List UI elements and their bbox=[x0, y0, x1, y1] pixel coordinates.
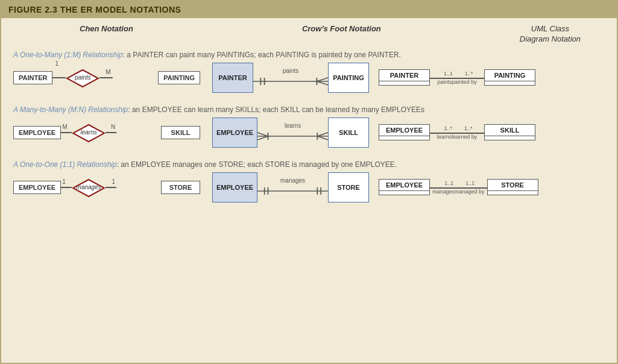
uml-right-2: SKILL bbox=[484, 124, 535, 140]
divider-2 bbox=[13, 154, 605, 154]
rel-desc-2: : an EMPLOYEE can learn many SKILLs; eac… bbox=[128, 105, 424, 114]
section-one-to-many: A One-to-Many (1:M) Relationship: a PAIN… bbox=[13, 51, 605, 93]
crow-label-2: learns bbox=[285, 122, 301, 129]
crow-diagram-3: EMPLOYEE manages STORE bbox=[212, 172, 369, 202]
uml-labels-2: learns learned by bbox=[435, 134, 480, 140]
diagrams-row-2: EMPLOYEE M learns bbox=[13, 118, 605, 148]
rel-type-1: A One-to-Many (1:M) Relationship bbox=[13, 51, 123, 59]
svg-line-13 bbox=[317, 136, 328, 140]
crow-right-2: SKILL bbox=[328, 118, 369, 148]
section-many-to-many: A Many-to-Many (M:N) Relationship: an EM… bbox=[13, 105, 605, 148]
section-one-to-one: A One-to-One (1:1) Relationship: an EMPL… bbox=[13, 160, 605, 202]
crow-right-3: STORE bbox=[328, 172, 369, 202]
chen-right-entity-3: STORE bbox=[161, 181, 200, 194]
chen-diagram-1: PAINTER 1 paints M bbox=[13, 69, 200, 87]
chen-diamond-1: paints bbox=[66, 69, 99, 87]
figure-title: FIGURE 2.3 THE ER MODEL NOTATIONS bbox=[8, 5, 181, 14]
column-headers: Chen Notation Crow's Foot Notation UML C… bbox=[13, 24, 605, 45]
rel-type-3: A One-to-One (1:1) Relationship bbox=[13, 160, 117, 169]
uml-left-header-1: PAINTER bbox=[379, 70, 429, 81]
uml-mult-left-2: 1..* 1..* bbox=[441, 125, 472, 131]
uml-left-2: EMPLOYEE bbox=[379, 124, 430, 140]
chen-left-entity-1: PAINTER bbox=[13, 71, 52, 84]
uml-right-header-3: STORE bbox=[488, 180, 538, 191]
uml-left-header-2: EMPLOYEE bbox=[379, 125, 429, 136]
crow-left-2: EMPLOYEE bbox=[212, 118, 257, 148]
section-label-1: A One-to-Many (1:M) Relationship: a PAIN… bbox=[13, 51, 605, 59]
uml-right-body-3 bbox=[488, 191, 538, 195]
crow-label-1: paints bbox=[283, 67, 299, 74]
page: FIGURE 2.3 THE ER MODEL NOTATIONS Chen N… bbox=[0, 0, 618, 364]
crow-left-3: EMPLOYEE bbox=[212, 172, 257, 202]
chen-right-entity-2: SKILL bbox=[161, 126, 200, 139]
svg-line-4 bbox=[317, 78, 328, 81]
content-area: Chen Notation Crow's Foot Notation UML C… bbox=[1, 18, 617, 363]
rel-type-2: A Many-to-Many (M:N) Relationship bbox=[13, 105, 128, 114]
chen-diamond-label-3: manages bbox=[77, 184, 101, 190]
uml-left-body-3 bbox=[379, 191, 429, 195]
uml-header: UML Class Diagram Notation bbox=[520, 24, 581, 45]
divider-1 bbox=[13, 99, 605, 99]
diagrams-row-1: PAINTER 1 paints M bbox=[13, 63, 605, 93]
rel-desc-1: : a PAINTER can paint many PAINTINGs; ea… bbox=[123, 51, 401, 59]
uml-mult-left-1: 1..1 1..* bbox=[441, 71, 473, 77]
uml-right-header-1: PAINTING bbox=[485, 70, 535, 81]
chen-diagram-3: EMPLOYEE 1 manages bbox=[13, 178, 200, 196]
svg-line-5 bbox=[317, 81, 328, 85]
svg-line-10 bbox=[257, 136, 268, 140]
crow-line-2 bbox=[257, 130, 328, 142]
crow-line-1 bbox=[253, 75, 328, 87]
uml-left-3: EMPLOYEE bbox=[379, 179, 430, 195]
uml-connector-3: 1..1 1..1 manages managed by bbox=[430, 179, 487, 195]
chen-header: Chen Notation bbox=[80, 24, 133, 45]
chen-diamond-label-1: paints bbox=[75, 74, 91, 81]
uml-right-3: STORE bbox=[487, 179, 538, 195]
crow-left-1: PAINTER bbox=[212, 63, 253, 93]
uml-diagram-2: EMPLOYEE 1..* 1..* learns learned by SKI… bbox=[379, 124, 560, 140]
rel-desc-3: : an EMPLOYEE manages one STORE; each ST… bbox=[117, 160, 397, 169]
uml-mult-left-3: 1..1 1..1 bbox=[442, 180, 475, 186]
crow-right-1: PAINTING bbox=[328, 63, 369, 93]
crow-label-3: manages bbox=[280, 177, 305, 184]
uml-diagram-1: PAINTER 1..1 1..* paints painted by PAIN… bbox=[379, 69, 560, 86]
chen-diagram-2: EMPLOYEE M learns bbox=[13, 124, 200, 142]
uml-right-1: PAINTING bbox=[484, 69, 535, 86]
chen-left-entity-2: EMPLOYEE bbox=[13, 126, 61, 139]
uml-left-1: PAINTER bbox=[379, 69, 430, 86]
chen-diamond-2: learns bbox=[72, 124, 106, 142]
section-label-3: A One-to-One (1:1) Relationship: an EMPL… bbox=[13, 160, 605, 169]
uml-right-body-1 bbox=[485, 81, 535, 85]
uml-connector-2: 1..* 1..* learns learned by bbox=[430, 124, 484, 140]
svg-line-9 bbox=[257, 133, 268, 136]
figure-header: FIGURE 2.3 THE ER MODEL NOTATIONS bbox=[1, 1, 617, 18]
section-label-2: A Many-to-Many (M:N) Relationship: an EM… bbox=[13, 105, 605, 114]
chen-left-entity-3: EMPLOYEE bbox=[13, 181, 61, 194]
uml-right-body-2 bbox=[485, 136, 535, 140]
svg-line-12 bbox=[317, 133, 328, 136]
crow-line-3 bbox=[257, 185, 328, 197]
crow-header: Crow's Foot Notation bbox=[302, 24, 381, 45]
uml-labels-1: paints painted by bbox=[435, 79, 479, 85]
crow-diagram-1: PAINTER paints bbox=[212, 63, 369, 93]
uml-connector-1: 1..1 1..* paints painted by bbox=[430, 69, 484, 86]
uml-left-header-3: EMPLOYEE bbox=[379, 180, 429, 191]
chen-right-entity-1: PAINTING bbox=[158, 71, 200, 84]
uml-diagram-3: EMPLOYEE 1..1 1..1 manages managed by ST… bbox=[379, 179, 560, 195]
diagrams-row-3: EMPLOYEE 1 manages bbox=[13, 172, 605, 202]
crow-diagram-2: EMPLOYEE learns bbox=[212, 118, 369, 148]
uml-labels-3: manages managed by bbox=[430, 189, 487, 195]
uml-right-header-2: SKILL bbox=[485, 125, 535, 136]
chen-diamond-label-2: learns bbox=[81, 129, 97, 136]
uml-left-body-2 bbox=[379, 136, 429, 140]
chen-diamond-3: manages bbox=[72, 178, 106, 196]
uml-left-body-1 bbox=[379, 81, 429, 85]
